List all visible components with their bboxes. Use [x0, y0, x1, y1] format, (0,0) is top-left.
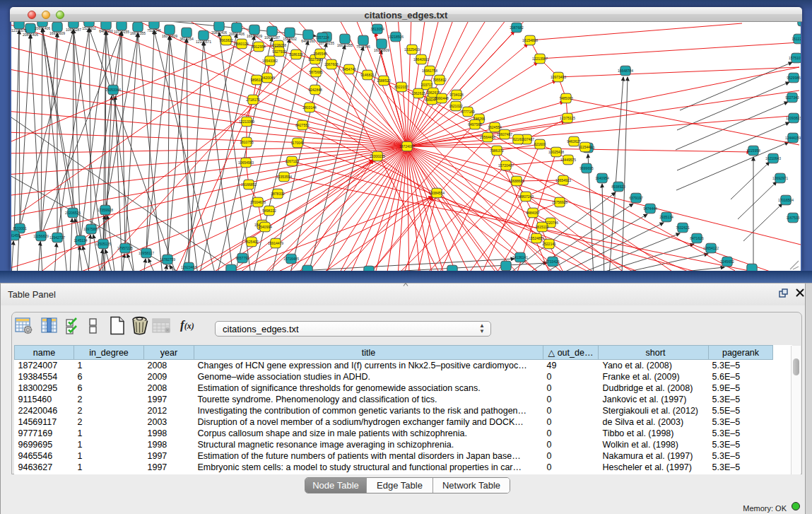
svg-text:14136141: 14136141	[512, 255, 528, 259]
svg-text:1527602: 1527602	[283, 37, 297, 41]
svg-text:10719155: 10719155	[319, 41, 334, 45]
svg-text:2935134: 2935134	[659, 215, 673, 219]
svg-text:9115440: 9115440	[578, 145, 592, 149]
svg-text:8322037: 8322037	[394, 85, 408, 89]
svg-text:15720407: 15720407	[498, 163, 514, 168]
svg-text:12444159: 12444159	[785, 136, 801, 140]
svg-text:16033809: 16033809	[162, 34, 177, 38]
svg-text:20691406: 20691406	[229, 32, 245, 36]
svg-text:16782759: 16782759	[160, 257, 175, 262]
svg-text:9657791: 9657791	[235, 256, 249, 260]
svg-text:203717: 203717	[421, 83, 433, 87]
svg-text:9327509: 9327509	[272, 49, 286, 54]
svg-text:10654983: 10654983	[238, 160, 254, 165]
svg-text:20891406: 20891406	[211, 30, 227, 35]
svg-text:9242848: 9242848	[308, 88, 322, 92]
svg-text:7357224: 7357224	[315, 35, 329, 40]
svg-text:621600: 621600	[534, 142, 546, 146]
svg-text:9463627: 9463627	[567, 139, 581, 144]
svg-text:7986372: 7986372	[490, 148, 504, 153]
svg-text:2803144: 2803144	[302, 105, 317, 110]
svg-text:16648784: 16648784	[618, 69, 633, 73]
svg-text:10607487: 10607487	[497, 132, 512, 136]
svg-text:9484067: 9484067	[526, 211, 540, 215]
svg-text:8990448: 8990448	[435, 96, 449, 100]
svg-text:1588520: 1588520	[377, 78, 391, 83]
svg-text:20891406: 20891406	[23, 33, 38, 37]
svg-text:12353594: 12353594	[276, 175, 292, 179]
svg-text:19218506: 19218506	[388, 35, 404, 39]
svg-text:10654122: 10654122	[703, 246, 719, 250]
svg-text:1810755: 1810755	[240, 140, 254, 144]
svg-text:20206526: 20206526	[65, 211, 81, 215]
svg-text:1621022: 1621022	[449, 104, 463, 108]
svg-text:7663822: 7663822	[219, 38, 233, 42]
svg-text:16154808: 16154808	[522, 38, 538, 42]
svg-text:17016504: 17016504	[778, 198, 794, 202]
svg-text:10653287: 10653287	[264, 35, 280, 40]
svg-text:6497568: 6497568	[468, 122, 482, 127]
svg-text:2367608: 2367608	[324, 62, 339, 66]
svg-text:10958117: 10958117	[139, 251, 154, 255]
svg-text:2087682: 2087682	[510, 25, 524, 30]
svg-text:7632621: 7632621	[676, 226, 690, 230]
svg-text:8454749: 8454749	[342, 67, 356, 71]
svg-text:13524851: 13524851	[529, 236, 544, 240]
svg-text:1527602: 1527602	[82, 26, 96, 30]
svg-text:7625402: 7625402	[245, 240, 259, 244]
svg-text:9146821: 9146821	[360, 73, 375, 77]
svg-text:9777169: 9777169	[461, 110, 475, 114]
svg-text:2522141: 2522141	[542, 242, 556, 246]
svg-text:5875685: 5875685	[309, 70, 323, 74]
svg-text:8186328: 8186328	[289, 52, 303, 57]
svg-text:17957225: 17957225	[117, 246, 133, 250]
svg-text:17004678: 17004678	[250, 200, 266, 204]
svg-text:6466160: 6466160	[301, 39, 315, 43]
svg-text:16961758: 16961758	[422, 69, 437, 73]
svg-text:16933609: 16933609	[247, 34, 262, 38]
svg-text:1545546: 1545546	[313, 52, 327, 56]
svg-text:8427552: 8427552	[295, 123, 310, 127]
svg-text:6379197: 6379197	[629, 196, 643, 200]
svg-text:8533001: 8533001	[13, 226, 27, 230]
svg-text:7955812: 7955812	[433, 78, 447, 82]
svg-text:13654923: 13654923	[555, 178, 571, 182]
svg-text:16543382: 16543382	[262, 59, 278, 63]
svg-text:26053346: 26053346	[105, 88, 121, 92]
svg-text:12213967: 12213967	[532, 57, 548, 61]
svg-text:12213369: 12213369	[239, 119, 254, 124]
svg-text:3215958: 3215958	[746, 148, 760, 153]
svg-text:8660124: 8660124	[235, 42, 249, 46]
svg-text:12942737: 12942737	[49, 235, 65, 240]
svg-text:18724007: 18724007	[399, 144, 415, 148]
svg-text:16914479: 16914479	[268, 241, 283, 245]
svg-text:989618: 989618	[251, 78, 263, 82]
svg-text:1540994: 1540994	[258, 225, 272, 229]
svg-text:9529986: 9529986	[787, 76, 801, 80]
svg-text:9245652: 9245652	[720, 259, 734, 264]
svg-text:1362615: 1362615	[411, 91, 425, 95]
svg-text:17359928: 17359928	[98, 208, 113, 212]
svg-text:10688609: 10688609	[509, 179, 524, 183]
svg-text:12505135: 12505135	[95, 242, 111, 246]
svg-text:9734028: 9734028	[449, 93, 464, 97]
svg-text:3813054: 3813054	[370, 27, 384, 31]
svg-text:13449575: 13449575	[560, 158, 576, 162]
svg-text:16033809: 16033809	[374, 48, 389, 52]
svg-text:15756928: 15756928	[552, 200, 567, 204]
svg-text:16671355: 16671355	[337, 43, 353, 47]
svg-text:12093823: 12093823	[786, 116, 801, 120]
svg-text:10025438: 10025438	[548, 150, 564, 154]
svg-text:9227343: 9227343	[785, 95, 799, 100]
svg-text:1624554: 1624554	[488, 125, 502, 129]
svg-text:1145134: 1145134	[73, 238, 87, 243]
svg-text:1640954: 1640954	[595, 176, 609, 180]
svg-text:16671355: 16671355	[130, 31, 146, 35]
svg-text:20691406: 20691406	[35, 26, 50, 30]
svg-text:1167533: 1167533	[786, 216, 799, 220]
svg-text:7485063: 7485063	[559, 96, 573, 100]
svg-text:11156829: 11156829	[33, 234, 49, 238]
svg-text:18640910: 18640910	[413, 57, 429, 62]
svg-text:20564436: 20564436	[480, 135, 495, 139]
svg-text:5498222: 5498222	[262, 209, 276, 213]
